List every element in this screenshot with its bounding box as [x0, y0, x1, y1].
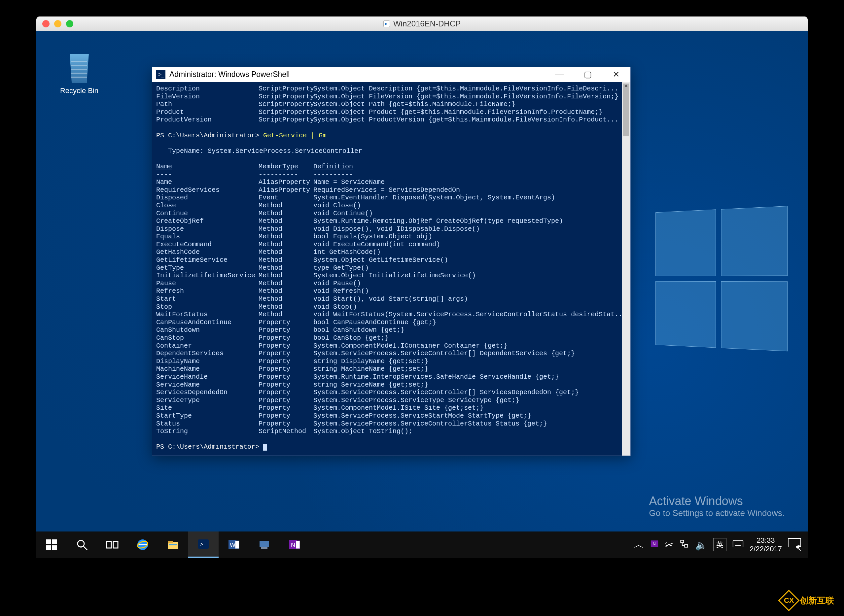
- svg-rect-21: [296, 541, 300, 549]
- ps-output-row: WaitForStatusMethodvoid WaitForStatus(Sy…: [156, 311, 627, 318]
- ps-output-row: ProductVersionScriptPropertySystem.Objec…: [156, 116, 627, 124]
- svg-rect-27: [733, 540, 743, 547]
- task-view-button[interactable]: [97, 531, 128, 558]
- powershell-scrollbar[interactable]: [622, 82, 630, 456]
- tray-ime-indicator[interactable]: 英: [713, 538, 727, 551]
- activate-windows-line2: Go to Settings to activate Windows.: [649, 508, 785, 518]
- ps-output-row: GetTypeMethodtype GetType(): [156, 264, 627, 272]
- taskbar-explorer-icon[interactable]: [158, 531, 188, 558]
- clock-time: 23:33: [750, 536, 782, 545]
- svg-rect-2: [46, 546, 51, 550]
- powershell-icon: [156, 70, 166, 79]
- tray-keyboard-icon[interactable]: [732, 539, 744, 550]
- clock-date: 2/22/2017: [750, 545, 782, 553]
- ps-output-row: ContainerPropertySystem.ComponentModel.I…: [156, 342, 627, 350]
- ps-output-row: DisplayNamePropertystring DisplayName {g…: [156, 358, 627, 365]
- svg-text:W: W: [230, 542, 235, 549]
- taskbar-powershell-icon[interactable]: >_: [188, 531, 219, 558]
- svg-rect-25: [681, 540, 684, 543]
- brand-watermark: CX 创新互联: [781, 593, 834, 608]
- ps-output-row: NameAliasPropertyName = ServiceName: [156, 178, 627, 186]
- tray-network-icon[interactable]: [679, 539, 689, 551]
- ps-output-row: RequiredServicesAliasPropertyRequiredSer…: [156, 186, 627, 194]
- ps-output-row: ContinueMethodvoid Continue(): [156, 210, 627, 217]
- svg-rect-16: [235, 541, 239, 549]
- ps-output-row: PathScriptPropertySystem.Object Path {ge…: [156, 100, 627, 108]
- taskbar-server-manager-icon[interactable]: [249, 531, 279, 558]
- ps-output-row: ProductScriptPropertySystem.Object Produ…: [156, 108, 627, 116]
- powershell-maximize-button[interactable]: ▢: [574, 67, 602, 82]
- tray-scissors-icon[interactable]: ✂: [665, 539, 673, 551]
- svg-rect-11: [168, 541, 173, 543]
- windows-taskbar[interactable]: >_ W N ︿ N ✂ 🔈 英: [36, 531, 808, 558]
- search-button[interactable]: [67, 531, 97, 558]
- ps-output-row: StartTypePropertySystem.ServiceProcess.S…: [156, 412, 627, 420]
- svg-rect-3: [52, 546, 57, 550]
- recycle-bin-label: Recycle Bin: [56, 87, 102, 95]
- mac-minimize-button[interactable]: [54, 20, 62, 27]
- ps-output-row: StopMethodvoid Stop(): [156, 303, 627, 311]
- ps-output-row: SitePropertySystem.ComponentModel.ISite …: [156, 404, 627, 412]
- ps-output-row: ToStringScriptMethodSystem.Object ToStri…: [156, 427, 627, 436]
- svg-rect-0: [46, 540, 51, 544]
- svg-text:N: N: [653, 542, 656, 546]
- vm-icon: [383, 21, 390, 27]
- powershell-title-text: Administrator: Windows PowerShell: [169, 70, 289, 79]
- activate-windows-line1: Activate Windows: [649, 494, 785, 508]
- svg-rect-6: [107, 541, 111, 548]
- brand-text: 创新互联: [800, 595, 834, 606]
- ps-output-row: StartMethodvoid Start(), void Start(stri…: [156, 295, 627, 303]
- ps-output-row: DisposeMethodvoid Dispose(), void IDispo…: [156, 225, 627, 233]
- mac-titlebar[interactable]: Win2016EN-DHCP: [36, 16, 808, 31]
- ps-output-row: RefreshMethodvoid Refresh(): [156, 287, 627, 295]
- powershell-close-button[interactable]: ✕: [602, 67, 630, 82]
- brand-badge: CX: [778, 590, 799, 611]
- mac-window-title-text: Win2016EN-DHCP: [393, 19, 461, 28]
- svg-rect-12: [169, 544, 177, 546]
- svg-text:>_: >_: [200, 541, 206, 547]
- ps-output-row: ServiceTypePropertySystem.ServiceProcess…: [156, 396, 627, 405]
- ps-output-row: ------------------------: [156, 171, 627, 179]
- ps-output-row: ServicesDependedOnPropertySystem.Service…: [156, 389, 627, 396]
- svg-rect-26: [685, 545, 688, 547]
- taskbar-ie-icon[interactable]: [128, 531, 158, 558]
- tray-volume-icon[interactable]: 🔈: [695, 539, 707, 551]
- windows-desktop[interactable]: Recycle Bin Activate Windows Go to Setti…: [36, 31, 808, 558]
- ps-output-row: CanPauseAndContinuePropertybool CanPause…: [156, 318, 627, 327]
- svg-line-5: [84, 546, 87, 550]
- svg-point-4: [78, 540, 84, 547]
- powershell-minimize-button[interactable]: —: [545, 67, 574, 82]
- recycle-bin[interactable]: Recycle Bin: [56, 54, 102, 95]
- mac-close-button[interactable]: [42, 20, 50, 27]
- ps-output-row: ExecuteCommandMethodvoid ExecuteCommand(…: [156, 241, 627, 249]
- taskbar-word-icon[interactable]: W: [219, 531, 249, 558]
- mac-zoom-button[interactable]: [66, 20, 73, 27]
- start-button[interactable]: [36, 531, 67, 558]
- ps-output-row: CanStopPropertybool CanStop {get;}: [156, 334, 627, 342]
- ps-output-row: FileVersionScriptPropertySystem.Object F…: [156, 93, 627, 101]
- ps-output-row: CreateObjRefMethodSystem.Runtime.Remotin…: [156, 217, 627, 225]
- powershell-window[interactable]: Administrator: Windows PowerShell — ▢ ✕ …: [152, 67, 631, 456]
- recycle-bin-icon: [67, 54, 92, 83]
- ps-output-row: InitializeLifetimeServiceMethodSystem.Ob…: [156, 272, 627, 280]
- action-center-button[interactable]: [788, 538, 801, 551]
- powershell-titlebar[interactable]: Administrator: Windows PowerShell — ▢ ✕: [152, 67, 630, 82]
- taskbar-clock[interactable]: 23:33 2/22/2017: [750, 536, 782, 554]
- taskbar-onenote-icon[interactable]: N: [279, 531, 310, 558]
- ps-typename-line: TypeName: System.ServiceProcess.ServiceC…: [156, 147, 627, 155]
- ps-output-row: DependentServicesPropertySystem.ServiceP…: [156, 350, 627, 358]
- ps-output-row: ServiceNamePropertystring ServiceName {g…: [156, 381, 627, 389]
- ps-output-row: StatusPropertySystem.ServiceProcess.Serv…: [156, 420, 627, 428]
- ps-output-row: CanShutdownPropertybool CanShutdown {get…: [156, 326, 627, 334]
- windows-logo-wallpaper: [655, 206, 788, 351]
- ps-prompt-current[interactable]: PS C:\Users\Administrator>: [156, 443, 627, 451]
- svg-rect-1: [52, 540, 57, 544]
- svg-rect-19: [261, 547, 267, 549]
- tray-chevron-icon[interactable]: ︿: [634, 538, 644, 551]
- powershell-console[interactable]: DescriptionScriptPropertySystem.Object D…: [152, 82, 630, 456]
- ps-output-row: DescriptionScriptPropertySystem.Object D…: [156, 85, 627, 93]
- ps-output-row: CloseMethodvoid Close(): [156, 202, 627, 210]
- ps-output-row: PauseMethodvoid Pause(): [156, 280, 627, 287]
- tray-onenote-icon[interactable]: N: [650, 539, 659, 550]
- ps-output-row: NameMemberTypeDefinition: [156, 163, 627, 171]
